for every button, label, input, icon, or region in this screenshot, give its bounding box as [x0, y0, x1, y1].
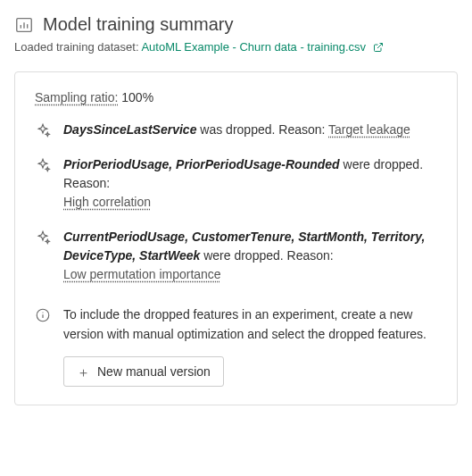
feature-names: DaysSinceLastService [63, 122, 196, 137]
sampling-value: 100% [121, 90, 153, 104]
page-title: Model training summary [43, 14, 233, 35]
svg-point-7 [42, 312, 43, 313]
drop-text: CurrentPeriodUsage, CustomerTenure, Star… [63, 228, 437, 284]
drop-text: DaysSinceLastService was dropped. Reason… [63, 121, 410, 139]
drop-reason[interactable]: Target leakage [328, 122, 410, 137]
sparkle-icon [35, 230, 51, 246]
dataset-line: Loaded training dataset: AutoML Example … [14, 40, 458, 55]
new-manual-version-button[interactable]: ＋ New manual version [63, 356, 224, 387]
svg-line-4 [377, 44, 383, 49]
drop-suffix: were dropped. Reason: [200, 248, 333, 263]
external-link-icon [373, 42, 384, 55]
info-icon [35, 307, 51, 323]
drop-reason[interactable]: High correlation [63, 195, 151, 209]
info-content: To include the dropped features in an ex… [63, 305, 437, 387]
dropped-item: PriorPeriodUsage, PriorPeriodUsage-Round… [35, 155, 437, 212]
dropped-features-list: DaysSinceLastService was dropped. Reason… [35, 121, 437, 284]
summary-card: Sampling ratio: 100% DaysSinceLastServic… [14, 71, 458, 405]
info-text: To include the dropped features in an ex… [63, 305, 437, 344]
drop-suffix: was dropped. Reason: [196, 122, 328, 137]
button-label: New manual version [97, 364, 211, 379]
dataset-label: Loaded training dataset: [14, 40, 139, 54]
sampling-ratio: Sampling ratio: 100% [35, 90, 437, 104]
dataset-link[interactable]: AutoML Example - Churn data - training.c… [141, 40, 383, 54]
dataset-name: AutoML Example - Churn data - training.c… [141, 40, 366, 54]
dropped-item: CurrentPeriodUsage, CustomerTenure, Star… [35, 228, 437, 284]
sampling-label: Sampling ratio: [35, 90, 118, 104]
dropped-item: DaysSinceLastService was dropped. Reason… [35, 121, 437, 139]
info-block: To include the dropped features in an ex… [35, 305, 437, 387]
page-header: Model training summary [14, 14, 458, 35]
sparkle-icon [35, 122, 51, 138]
feature-names: PriorPeriodUsage, PriorPeriodUsage-Round… [63, 157, 340, 171]
sparkle-icon [35, 157, 51, 173]
bar-chart-icon [14, 15, 34, 35]
drop-text: PriorPeriodUsage, PriorPeriodUsage-Round… [63, 155, 437, 212]
plus-icon: ＋ [77, 365, 90, 379]
drop-reason[interactable]: Low permutation importance [63, 267, 221, 281]
